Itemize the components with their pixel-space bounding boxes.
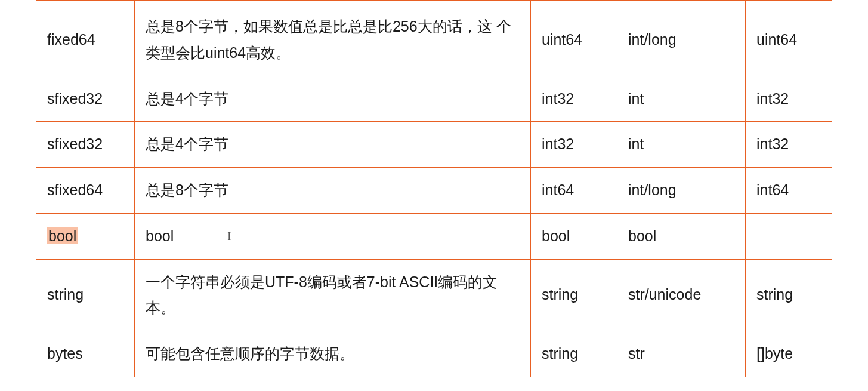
cell-type: bytes (36, 331, 135, 377)
table-row: fixed64 总是8个字节，如果数值总是比总是比256大的话，这 个类型会比u… (36, 4, 832, 76)
cell-type: sfixed32 (36, 76, 135, 122)
cell-map2: str/unicode (617, 259, 746, 331)
table-row: sfixed32 总是4个字节 int32 int int32 (36, 76, 832, 122)
table-row: bool boolI bool bool (36, 213, 832, 259)
cell-map3: uint64 (746, 4, 832, 76)
cell-type: bool (36, 213, 135, 259)
cell-map1: bool (531, 213, 617, 259)
cell-desc: 总是4个字节 (135, 122, 531, 168)
cell-desc: boolI (135, 213, 531, 259)
cell-desc: 一个字符串必须是UTF-8编码或者7-bit ASCII编码的文 本。 (135, 259, 531, 331)
cell-map1: string (531, 331, 617, 377)
cell-type: sfixed32 (36, 122, 135, 168)
cell-map2: int (617, 76, 746, 122)
highlighted-text: bool (47, 227, 78, 244)
cell-text: bool (146, 227, 174, 244)
cell-map1: uint64 (531, 4, 617, 76)
cell-map3 (746, 213, 832, 259)
table-container: fixed64 总是8个字节，如果数值总是比总是比256大的话，这 个类型会比u… (0, 0, 868, 377)
cell-map3: int32 (746, 76, 832, 122)
table-row: sfixed64 总是8个字节 int64 int/long int64 (36, 168, 832, 214)
cell-desc: 总是8个字节 (135, 168, 531, 214)
cell-type: fixed64 (36, 4, 135, 76)
cell-map3: int64 (746, 168, 832, 214)
types-table: fixed64 总是8个字节，如果数值总是比总是比256大的话，这 个类型会比u… (36, 0, 832, 377)
cell-map2: bool (617, 213, 746, 259)
cell-map1: int64 (531, 168, 617, 214)
cell-desc: 可能包含任意顺序的字节数据。 (135, 331, 531, 377)
cell-map1: int32 (531, 76, 617, 122)
cell-map2: int/long (617, 4, 746, 76)
cell-map3: []byte (746, 331, 832, 377)
table-row: string 一个字符串必须是UTF-8编码或者7-bit ASCII编码的文 … (36, 259, 832, 331)
cell-desc: 总是4个字节 (135, 76, 531, 122)
cell-type: sfixed64 (36, 168, 135, 214)
cell-map2: str (617, 331, 746, 377)
cell-map1: int32 (531, 122, 617, 168)
cell-map1: string (531, 259, 617, 331)
cell-map3: string (746, 259, 832, 331)
cell-map2: int/long (617, 168, 746, 214)
cell-map2: int (617, 122, 746, 168)
text-cursor-icon: I (227, 227, 231, 247)
cell-desc: 总是8个字节，如果数值总是比总是比256大的话，这 个类型会比uint64高效。 (135, 4, 531, 76)
cell-map3: int32 (746, 122, 832, 168)
table-row: sfixed32 总是4个字节 int32 int int32 (36, 122, 832, 168)
table-row: bytes 可能包含任意顺序的字节数据。 string str []byte (36, 331, 832, 377)
cell-type: string (36, 259, 135, 331)
